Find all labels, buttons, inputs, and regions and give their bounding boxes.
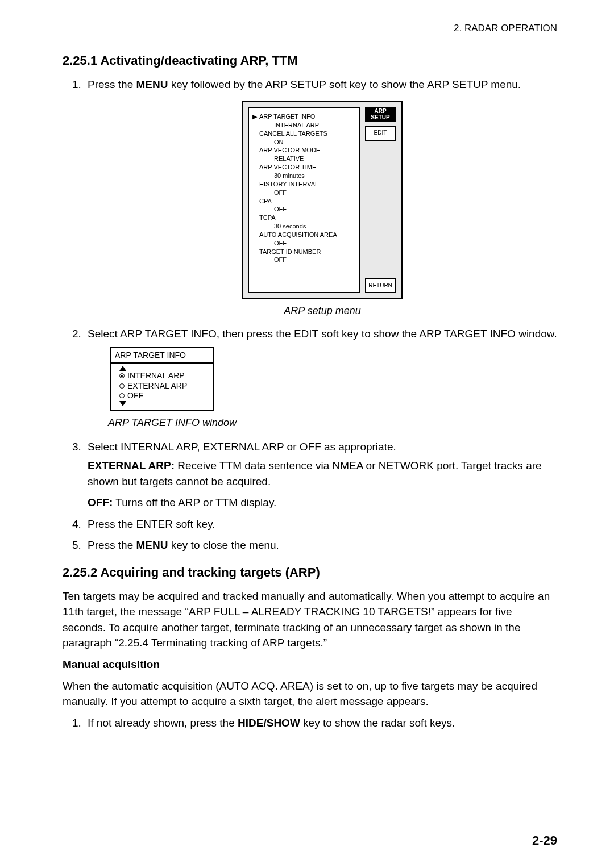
return-softkey: RETURN bbox=[365, 278, 396, 294]
arp-target-info-window: ARP TARGET INFO INTERNAL ARP EXTERNAL AR… bbox=[110, 347, 214, 411]
page-number: 2-29 bbox=[532, 832, 557, 850]
menu-value: OFF bbox=[252, 239, 356, 248]
ati-option: INTERNAL ARP bbox=[127, 371, 185, 381]
arp-menu-list: ▶ARP TARGET INFO INTERNAL ARP CANCEL ALL… bbox=[248, 107, 360, 293]
figure-caption-1: ARP setup menu bbox=[88, 303, 557, 318]
step5-pre: Press the bbox=[88, 539, 136, 551]
ms1-post: key to show the radar soft keys. bbox=[300, 717, 455, 729]
softkey-title: ARPSETUP bbox=[365, 107, 396, 122]
figure-arp-target-info: ARP TARGET INFO INTERNAL ARP EXTERNAL AR… bbox=[110, 347, 557, 411]
edit-softkey: EDIT bbox=[365, 126, 396, 141]
step-3: Select INTERNAL ARP, EXTERNAL ARP or OFF… bbox=[84, 439, 557, 511]
ati-title: ARP TARGET INFO bbox=[111, 348, 213, 364]
step-5: Press the MENU key to close the menu. bbox=[84, 537, 557, 553]
menu-item: CPA bbox=[259, 197, 272, 206]
hide-show-key: HIDE/SHOW bbox=[238, 717, 300, 729]
running-header: 2. RADAR OPERATION bbox=[63, 22, 557, 36]
selection-arrow-icon: ▶ bbox=[252, 112, 259, 121]
manual-acq-label: Manual acquisition bbox=[63, 658, 160, 670]
step5-menu-key: MENU bbox=[136, 539, 168, 551]
ati-option: OFF bbox=[127, 391, 143, 401]
menu-item: CANCEL ALL TARGETS bbox=[259, 130, 327, 138]
radio-icon bbox=[119, 383, 125, 389]
section-heading-2252: 2.25.2 Acquiring and tracking targets (A… bbox=[63, 564, 557, 582]
softkey-column: ARPSETUP EDIT RETURN bbox=[360, 107, 397, 293]
step1-post: key followed by the ARP SETUP soft key t… bbox=[168, 78, 521, 90]
external-arp-note: EXTERNAL ARP: Receive TTM data sentence … bbox=[88, 458, 557, 489]
step-2: Select ARP TARGET INFO, then press the E… bbox=[84, 326, 557, 429]
menu-item: ARP TARGET INFO bbox=[259, 112, 315, 121]
ati-option: EXTERNAL ARP bbox=[127, 381, 187, 391]
menu-value: 30 minutes bbox=[252, 172, 356, 180]
menu-item: ARP VECTOR TIME bbox=[259, 163, 316, 172]
ext-arp-label: EXTERNAL ARP: bbox=[88, 460, 175, 471]
arrow-up-icon bbox=[119, 366, 126, 371]
step2-text: Select ARP TARGET INFO, then press the E… bbox=[88, 328, 557, 340]
steps-list-1: Press the MENU key followed by the ARP S… bbox=[70, 77, 557, 553]
step-4: Press the ENTER soft key. bbox=[84, 516, 557, 532]
menu-item: AUTO ACQUISITION AREA bbox=[259, 231, 337, 239]
off-note: OFF: Turns off the ARP or TTM display. bbox=[88, 495, 557, 511]
radio-selected-icon bbox=[119, 373, 125, 378]
step-1: Press the MENU key followed by the ARP S… bbox=[84, 77, 557, 319]
menu-item: TARGET ID NUMBER bbox=[259, 248, 321, 256]
menu-value: 30 seconds bbox=[252, 222, 356, 231]
ms1-pre: If not already shown, press the bbox=[88, 717, 238, 729]
manual-step-1: If not already shown, press the HIDE/SHO… bbox=[84, 715, 557, 731]
step1-menu-key: MENU bbox=[136, 78, 168, 90]
step1-pre: Press the bbox=[88, 78, 136, 90]
menu-value: ON bbox=[252, 138, 356, 147]
off-label: OFF: bbox=[88, 496, 113, 508]
menu-item: HISTORY INTERVAL bbox=[259, 180, 318, 189]
menu-value: INTERNAL ARP bbox=[252, 121, 356, 130]
menu-value: OFF bbox=[252, 205, 356, 214]
arp-setup-screen: ▶ARP TARGET INFO INTERNAL ARP CANCEL ALL… bbox=[242, 101, 403, 299]
menu-item: TCPA bbox=[259, 214, 276, 222]
menu-value: RELATIVE bbox=[252, 155, 356, 163]
menu-value: OFF bbox=[252, 189, 356, 197]
arrow-down-icon bbox=[119, 401, 126, 406]
figure-caption-2: ARP TARGET INFO window bbox=[108, 415, 557, 430]
step3-text: Select INTERNAL ARP, EXTERNAL ARP or OFF… bbox=[88, 441, 396, 453]
off-text: Turns off the ARP or TTM display. bbox=[113, 496, 276, 508]
manual-acq-heading: Manual acquisition bbox=[63, 657, 557, 673]
steps-list-2: If not already shown, press the HIDE/SHO… bbox=[70, 715, 557, 731]
sec2-para: Ten targets may be acquired and tracked … bbox=[63, 589, 557, 651]
section-heading-2251: 2.25.1 Activating/deactivating ARP, TTM bbox=[63, 52, 557, 70]
manual-acq-para: When the automatic acquisition (AUTO ACQ… bbox=[63, 678, 557, 710]
figure-arp-setup: ▶ARP TARGET INFO INTERNAL ARP CANCEL ALL… bbox=[88, 101, 557, 299]
radio-icon bbox=[119, 393, 125, 398]
menu-item: ARP VECTOR MODE bbox=[259, 146, 320, 155]
menu-value: OFF bbox=[252, 256, 356, 264]
step5-post: key to close the menu. bbox=[168, 539, 279, 551]
